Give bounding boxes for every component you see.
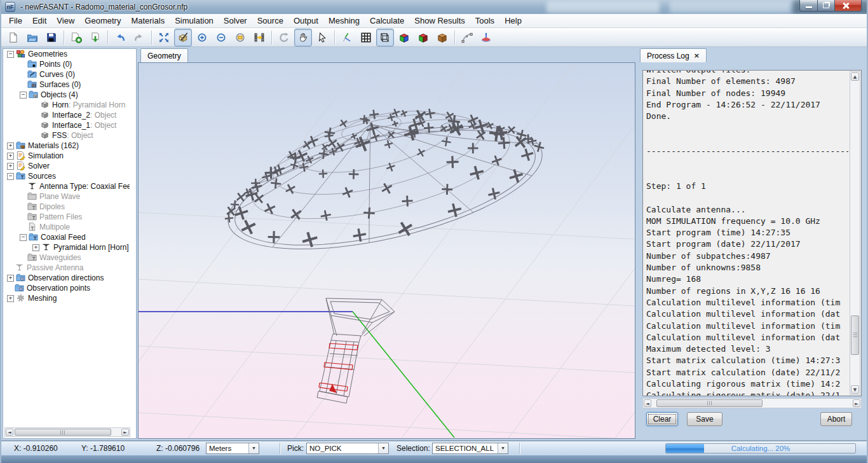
solid-view-button[interactable] [433,29,451,46]
tree-item-pyramidal-horn-horn[interactable]: +Pyramidal Horn [Horn] [3,242,136,252]
tree-item-curves-0[interactable]: Curves (0) [3,69,136,79]
menu-output[interactable]: Output [288,15,323,27]
menu-view[interactable]: View [51,15,79,27]
menu-simulation[interactable]: Simulation [170,15,219,27]
expand-icon[interactable]: + [7,295,14,302]
tree-vertical-scrollbar[interactable] [130,50,135,429]
tree-item-observation-points[interactable]: Observation points [3,283,136,293]
menu-materials[interactable]: Materials [126,15,170,27]
expand-icon[interactable]: + [7,163,14,170]
menu-edit[interactable]: Edit [27,15,51,27]
expand-icon[interactable]: + [7,153,14,160]
select-cursor-icon [316,32,328,43]
menu-calculate[interactable]: Calculate [365,15,409,27]
tree-item-observation-directions[interactable]: +Observation directions [3,273,136,283]
menu-geometry[interactable]: Geometry [79,15,126,27]
shaded-view-button[interactable] [395,29,413,46]
open-file-button[interactable] [24,29,41,46]
animation-export-button[interactable] [250,29,268,46]
pyramidal-horn [317,298,395,403]
tree-item-meshing[interactable]: +Meshing [3,293,136,303]
menu-file[interactable]: File [4,15,27,27]
tree-item-fss[interactable]: FSS : Object [3,130,136,141]
curvature-tool-button[interactable] [458,29,476,46]
tree-item-dipoles[interactable]: Dipoles [3,202,136,212]
tree-item-plane-wave[interactable]: Plane Wave [3,191,136,202]
import-file-button[interactable] [86,29,104,46]
tree-item-interface-1[interactable]: Interface_1 : Object [3,120,136,130]
select-cursor-button[interactable] [313,29,331,46]
tree-item-geometries[interactable]: −Geometries [3,49,136,59]
tree-item-surfaces-0[interactable]: Surfaces (0) [3,79,136,90]
tree-item-passive-antenna[interactable]: Passive Antenna [3,263,136,273]
undo-button[interactable] [111,29,129,46]
collapse-icon[interactable]: − [20,234,27,241]
chevron-down-icon: ▼ [248,443,259,453]
zoom-window-button[interactable] [231,29,249,46]
tree-item-sources[interactable]: −Sources [3,171,136,181]
rotate-view-button[interactable] [275,29,293,46]
zoom-out-button[interactable] [212,29,230,46]
menu-tools[interactable]: Tools [470,15,499,27]
minimize-button[interactable] [799,0,818,11]
selection-dropdown[interactable]: SELECTION_ALL ▼ [432,443,508,454]
geometry-3d-canvas[interactable] [138,62,635,439]
tree-item-horn[interactable]: Horn : Pyramidal Horn [3,100,136,110]
scroll-right-icon[interactable]: ► [121,429,129,436]
tree-item-objects-4[interactable]: −Objects (4) [3,90,136,100]
redo-button[interactable] [130,29,148,46]
pick-dropdown[interactable]: NO_PICK ▼ [306,443,389,454]
wireframe-view-button[interactable] [376,29,394,46]
axes-view-button[interactable] [338,29,356,46]
tree-item-label: Simulation [28,151,64,160]
selection-value: SELECTION_ALL [435,445,497,452]
tree-item-solver[interactable]: +Solver [3,161,136,171]
redo-icon [133,32,145,43]
save-button[interactable]: Save [687,412,722,426]
expand-icon[interactable]: + [7,142,14,149]
tree-item-coaxial-feed[interactable]: −Coaxial Feed [3,232,136,242]
far-field-tool-button[interactable] [477,29,495,46]
grid-view-button[interactable] [357,29,375,46]
clear-button[interactable]: Clear [646,412,678,426]
tree-item-simulation[interactable]: +Simulation [3,151,136,161]
antenna-icon [41,242,51,252]
restore-button[interactable] [818,0,835,11]
expand-icon[interactable]: + [7,275,14,282]
hidden-line-view-button[interactable] [414,29,432,46]
menu-source[interactable]: Source [252,15,288,27]
orbit-view-icon [177,32,189,43]
tree-item-type: : Object [90,111,116,120]
tree-item-antenna-type-coaxial-feed[interactable]: Antenna Type: Coaxial Feed [3,181,136,191]
tree-item-pattern-files[interactable]: Pattern Files [3,212,136,222]
hidden-line-view-icon [417,32,429,43]
tree-item-points-0[interactable]: Points (0) [3,59,136,69]
pan-view-button[interactable] [294,29,312,46]
collapse-icon[interactable]: − [20,92,27,99]
expand-icon[interactable]: + [32,244,39,251]
tree-item-interface-2[interactable]: Interface_2 : Object [3,110,136,120]
orbit-view-button[interactable] [174,29,192,46]
tree-item-label: Pyramidal Horn [Horn] [53,243,129,252]
menu-help[interactable]: Help [499,15,527,27]
tree-item-waveguides[interactable]: Waveguides [3,252,136,263]
collapse-icon[interactable]: − [7,51,14,58]
tree-item-materials-162[interactable]: +Materials (162) [3,141,136,151]
menu-meshing[interactable]: Meshing [323,15,365,27]
collapse-icon[interactable]: − [7,173,14,180]
scroll-left-icon[interactable]: ◄ [6,429,13,436]
zoom-in-button[interactable] [193,29,211,46]
abort-button[interactable]: Abort [820,412,852,426]
close-button[interactable] [835,0,862,11]
scroll-thumb[interactable] [15,429,111,436]
zoom-fit-button[interactable] [155,29,173,46]
tree-item-multipole[interactable]: Multipole [3,222,136,232]
new-file-button[interactable] [4,29,22,46]
tree-horizontal-scrollbar[interactable]: ◄ ► [4,427,130,437]
save-file-button[interactable] [43,29,60,46]
tab-geometry[interactable]: Geometry [140,48,188,62]
units-dropdown[interactable]: Meters ▼ [206,443,259,454]
menu-show-results[interactable]: Show Results [409,15,470,27]
add-geometry-button[interactable] [67,29,85,46]
menu-solver[interactable]: Solver [219,15,252,27]
